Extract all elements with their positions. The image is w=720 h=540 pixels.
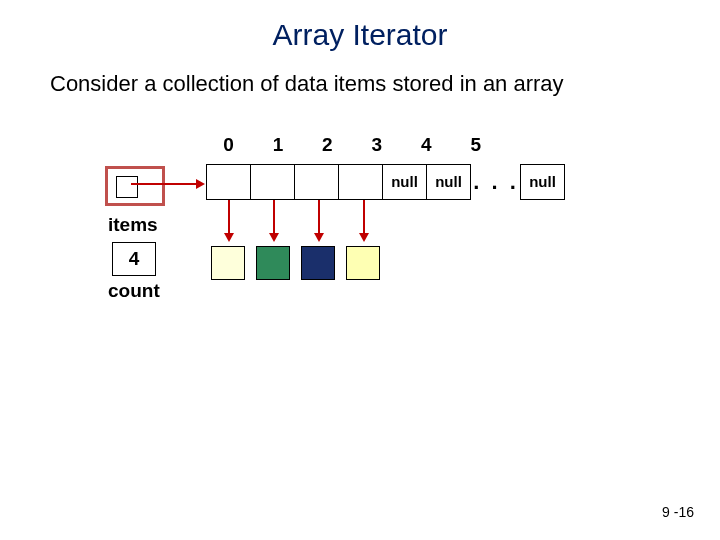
page-title: Array Iterator [0,0,720,52]
slide-number: 9 -16 [662,504,694,520]
cell-2 [294,164,339,200]
array-cells: null null . . . null [206,164,565,200]
arrow-cell-3 [363,200,365,240]
arrow-items-to-array [131,183,203,185]
count-box: 4 [112,242,156,276]
index-2: 2 [305,134,350,156]
cell-4: null [382,164,427,200]
cell-last: null [520,164,565,200]
arrow-cell-1 [273,200,275,240]
cell-5: null [426,164,471,200]
array-diagram: items 0 1 2 3 4 5 null null . . . null 4… [0,128,720,328]
data-box-0 [211,246,245,280]
index-1: 1 [255,134,300,156]
index-row: 0 1 2 3 4 5 [206,134,498,156]
count-label: count [108,280,160,302]
ellipsis: . . . [471,164,521,200]
index-3: 3 [354,134,399,156]
data-box-2 [301,246,335,280]
index-5: 5 [453,134,498,156]
cell-1 [250,164,295,200]
data-box-1 [256,246,290,280]
page-subtitle: Consider a collection of data items stor… [0,52,720,98]
items-pointer-box [105,166,165,206]
items-pointer-inner [116,176,138,198]
cell-3 [338,164,383,200]
index-0: 0 [206,134,251,156]
index-4: 4 [404,134,449,156]
items-label: items [108,214,158,236]
cell-0 [206,164,251,200]
arrow-cell-0 [228,200,230,240]
data-box-3 [346,246,380,280]
arrow-cell-2 [318,200,320,240]
